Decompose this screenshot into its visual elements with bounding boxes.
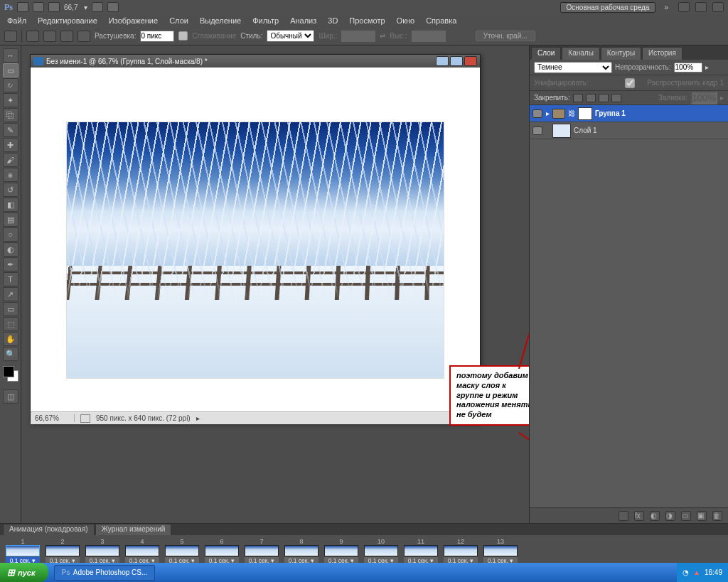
canvas[interactable] xyxy=(31,68,480,411)
tool-heal[interactable]: ✚ xyxy=(3,138,18,152)
tool-move[interactable]: ↔ xyxy=(3,48,18,63)
tab-history[interactable]: История xyxy=(642,47,682,60)
tab-animation[interactable]: Анимация (покадровая) xyxy=(3,524,95,535)
layer-list[interactable]: ▸ ⛓ Группа 1 Слой 1 xyxy=(530,105,728,507)
tool-pen[interactable]: ✒ xyxy=(3,257,18,271)
layer-name[interactable]: Группа 1 xyxy=(595,109,626,117)
anim-frame[interactable]: 130,1 сек. ▾ xyxy=(482,538,519,564)
document-titlebar[interactable]: Без имени-1 @ 66,7% (Группа 1, Слой-маск… xyxy=(31,55,480,68)
opacity-dropdown-icon[interactable]: ▸ xyxy=(705,63,709,71)
menu-analysis[interactable]: Анализ xyxy=(286,16,321,25)
link-layers-icon[interactable] xyxy=(619,511,628,521)
fx-icon[interactable]: fx xyxy=(634,511,644,521)
tab-channels[interactable]: Каналы xyxy=(562,47,600,60)
viewmode-icon[interactable] xyxy=(48,2,60,12)
blend-mode-select[interactable]: Темнее xyxy=(534,62,612,73)
layer-name[interactable]: Слой 1 xyxy=(574,126,597,134)
marquee-tool-icon[interactable] xyxy=(4,31,17,42)
tool-brush[interactable]: 🖌 xyxy=(3,153,18,167)
tool-stamp[interactable]: ⎈ xyxy=(3,168,18,182)
window-restore[interactable] xyxy=(695,2,707,12)
menu-3d[interactable]: 3D xyxy=(323,16,342,25)
anim-frame[interactable]: 30,1 сек. ▾ xyxy=(84,538,121,564)
tool-dodge[interactable]: ◐ xyxy=(3,242,18,257)
layer-mask-thumb[interactable] xyxy=(578,107,592,120)
link-icon[interactable]: ⛓ xyxy=(568,109,575,117)
visibility-icon[interactable] xyxy=(532,109,542,118)
tool-history[interactable]: ↺ xyxy=(3,183,18,197)
menu-filter[interactable]: Фильтр xyxy=(248,16,283,25)
tab-layers[interactable]: Слои xyxy=(531,47,561,60)
refine-edge-button[interactable]: Уточн. край... xyxy=(476,31,535,41)
tool-shape[interactable]: ▭ xyxy=(3,302,18,316)
status-zoom[interactable]: 66,67% xyxy=(35,414,75,422)
menu-window[interactable]: Окно xyxy=(392,16,419,25)
new-group-icon[interactable]: ▭ xyxy=(681,511,691,521)
tab-paths[interactable]: Контуры xyxy=(601,47,641,60)
tool-marquee[interactable]: ▭ xyxy=(3,63,18,77)
fg-color[interactable] xyxy=(3,366,14,377)
frame-thumb[interactable] xyxy=(364,545,398,556)
arrange-icon[interactable] xyxy=(107,2,119,12)
tool-gradient[interactable]: ▤ xyxy=(3,212,18,227)
add-mask-icon[interactable]: ◐ xyxy=(650,511,660,521)
frame-thumb[interactable] xyxy=(324,545,358,556)
menu-file[interactable]: Файл xyxy=(3,16,31,25)
frame-thumb[interactable] xyxy=(245,545,279,556)
layer-layer-1[interactable]: Слой 1 xyxy=(530,122,728,139)
anim-frame[interactable]: 10,1 сек. ▾ xyxy=(4,538,41,564)
menu-image[interactable]: Изображение xyxy=(105,16,162,25)
lock-image-icon[interactable] xyxy=(586,94,596,102)
taskbar-app[interactable]: Ps Adobe Photoshop CS... xyxy=(54,565,156,581)
menu-view[interactable]: Просмотр xyxy=(345,16,389,25)
frame-thumb[interactable] xyxy=(125,545,159,556)
lock-transparent-icon[interactable] xyxy=(573,94,583,102)
topbar-zoom[interactable]: 66,7 xyxy=(64,4,77,11)
anim-frame[interactable]: 100,1 сек. ▾ xyxy=(363,538,400,564)
frame-thumb[interactable] xyxy=(85,545,119,556)
start-button[interactable]: ⊞ пуск xyxy=(0,563,48,582)
menu-select[interactable]: Выделение xyxy=(196,16,245,25)
anim-frame[interactable]: 60,1 сек. ▾ xyxy=(203,538,240,564)
tool-wand[interactable]: ✦ xyxy=(3,93,18,107)
tool-hand[interactable]: ✋ xyxy=(3,332,18,346)
status-menu-icon[interactable]: ▸ xyxy=(196,414,200,422)
anim-frame[interactable]: 50,1 сек. ▾ xyxy=(164,538,200,564)
tray-icon[interactable]: ▲ xyxy=(693,568,700,576)
tray-icon[interactable]: ◔ xyxy=(682,568,689,576)
menu-layer[interactable]: Слои xyxy=(165,16,193,25)
doc-maximize[interactable] xyxy=(450,56,463,66)
feather-input[interactable] xyxy=(140,31,174,42)
doc-close[interactable] xyxy=(464,56,477,66)
tool-type[interactable]: T xyxy=(3,272,18,286)
frame-thumb[interactable] xyxy=(284,545,318,556)
anim-frame[interactable]: 110,1 сек. ▾ xyxy=(402,538,439,564)
hand-icon[interactable] xyxy=(92,2,103,12)
frame-thumb[interactable] xyxy=(46,545,80,556)
lock-position-icon[interactable] xyxy=(599,94,609,102)
fill-layer-icon[interactable]: ◑ xyxy=(665,511,675,521)
frame-thumb[interactable] xyxy=(205,545,239,556)
anim-frame[interactable]: 80,1 сек. ▾ xyxy=(283,538,320,564)
frame-thumb[interactable] xyxy=(444,545,478,556)
workspace-switcher[interactable]: Основная рабочая среда xyxy=(560,2,656,13)
tool-eraser[interactable]: ◧ xyxy=(3,198,18,212)
expand-icon[interactable]: » xyxy=(660,4,673,11)
delete-layer-icon[interactable]: 🗑 xyxy=(712,511,722,521)
tool-zoom[interactable]: 🔍 xyxy=(3,347,18,361)
selection-add-icon[interactable] xyxy=(43,31,56,42)
system-tray[interactable]: ◔ ▲ 16:49 xyxy=(677,563,728,582)
opacity-input[interactable] xyxy=(674,63,702,72)
status-disclosure-icon[interactable] xyxy=(80,414,90,423)
tool-eyedropper[interactable]: ✎ xyxy=(3,123,18,137)
anim-frame[interactable]: 90,1 сек. ▾ xyxy=(323,538,360,564)
anim-frame[interactable]: 70,1 сек. ▾ xyxy=(243,538,280,564)
tool-path[interactable]: ↗ xyxy=(3,287,18,301)
menu-edit[interactable]: Редактирование xyxy=(33,16,102,25)
frame-thumb[interactable] xyxy=(6,545,40,556)
tab-measurement[interactable]: Журнал измерений xyxy=(95,524,172,535)
new-layer-icon[interactable]: ▣ xyxy=(697,511,707,521)
lock-all-icon[interactable] xyxy=(611,94,621,102)
tool-quickmask[interactable]: ◫ xyxy=(3,389,18,404)
bridge-icon[interactable] xyxy=(17,2,28,12)
